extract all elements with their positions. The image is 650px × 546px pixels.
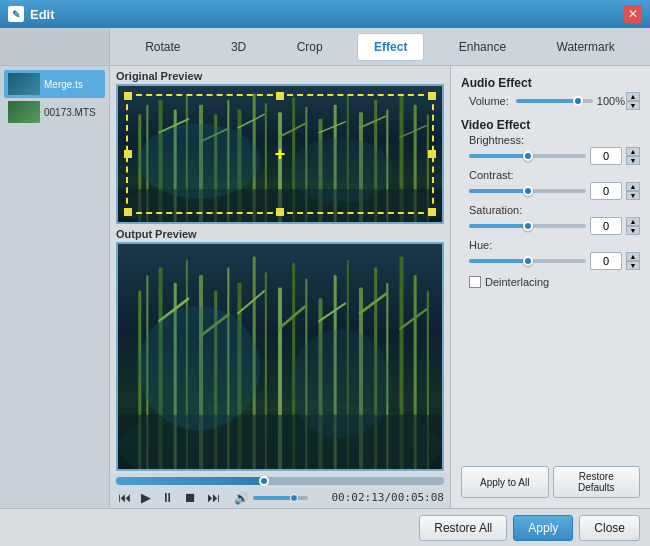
volume-row: Volume: 100% ▲ ▼ (469, 92, 640, 110)
video-section-title: Video Effect (461, 118, 640, 132)
effect-actions: Apply to All Restore Defaults (461, 466, 640, 498)
file-sidebar: Merge.ts 00173.MTS (0, 66, 110, 508)
tab-rotate[interactable]: Rotate (129, 33, 196, 61)
contrast-spinner: ▲ ▼ (626, 182, 640, 200)
svg-rect-69 (118, 415, 442, 469)
output-video-frame (116, 242, 444, 471)
volume-right-thumb[interactable] (573, 96, 583, 106)
right-panel: Audio Effect Volume: 100% ▲ ▼ (450, 66, 650, 508)
volume-slider-thumb[interactable] (290, 494, 298, 502)
audio-section-title: Audio Effect (461, 76, 640, 90)
progress-fill (116, 477, 264, 485)
apply-to-all-button[interactable]: Apply to All (461, 466, 549, 498)
saturation-slider[interactable] (469, 224, 586, 228)
saturation-label: Saturation: (469, 204, 640, 216)
svg-point-71 (290, 329, 391, 438)
volume-up[interactable]: ▲ (626, 92, 640, 101)
close-button[interactable]: Close (579, 515, 640, 541)
hue-up[interactable]: ▲ (626, 252, 640, 261)
brightness-thumb[interactable] (523, 151, 533, 161)
window-title: Edit (30, 7, 55, 22)
controls-row: ⏮ ▶ ⏸ ⏹ ⏭ 🔊 00:02:13/00:05:08 (116, 489, 444, 506)
tab-3d[interactable]: 3D (215, 33, 262, 61)
contrast-input[interactable] (590, 182, 622, 200)
brightness-down[interactable]: ▼ (626, 156, 640, 165)
close-window-button[interactable]: ✕ (624, 5, 642, 23)
output-preview-section: Output Preview (110, 226, 450, 473)
saturation-down[interactable]: ▼ (626, 226, 640, 235)
deinterlacing-label: Deinterlacing (485, 276, 549, 288)
center-panel: Original Preview (110, 66, 450, 508)
contrast-row: ▲ ▼ (469, 182, 640, 200)
title-bar: ✎ Edit ✕ (0, 0, 650, 28)
progress-bar[interactable] (116, 477, 444, 485)
tab-watermark[interactable]: Watermark (541, 33, 631, 61)
restore-all-button[interactable]: Restore All (419, 515, 507, 541)
playback-section: ⏮ ▶ ⏸ ⏹ ⏭ 🔊 00:02:13/00:05:08 (110, 473, 450, 508)
saturation-row: ▲ ▼ (469, 217, 640, 235)
play-button[interactable]: ▶ (139, 489, 153, 506)
bottom-bar: Restore All Apply Close (0, 508, 650, 546)
contrast-down[interactable]: ▼ (626, 191, 640, 200)
output-video-svg (118, 244, 442, 469)
deinterlacing-row: Deinterlacing (469, 276, 640, 288)
tab-bar: Rotate 3D Crop Effect Enhance Watermark (0, 28, 650, 66)
output-preview-label: Output Preview (116, 228, 444, 240)
app-icon: ✎ (8, 6, 24, 22)
volume-value-group: 100% ▲ ▼ (597, 92, 640, 110)
progress-thumb[interactable] (259, 476, 269, 486)
hue-input[interactable] (590, 252, 622, 270)
pause-button[interactable]: ⏸ (159, 489, 176, 506)
brightness-slider[interactable] (469, 154, 586, 158)
original-video-svg (118, 86, 442, 222)
video-effect-section: Video Effect Brightness: ▲ (461, 118, 640, 288)
restore-defaults-button[interactable]: Restore Defaults (553, 466, 641, 498)
contrast-slider[interactable] (469, 189, 586, 193)
skip-end-button[interactable]: ⏭ (205, 489, 222, 506)
volume-slider-fill (253, 496, 294, 500)
file-item-merge[interactable]: Merge.ts (4, 70, 105, 98)
brightness-spinner: ▲ ▼ (626, 147, 640, 165)
brightness-input[interactable] (590, 147, 622, 165)
brightness-row: ▲ ▼ (469, 147, 640, 165)
hue-thumb[interactable] (523, 256, 533, 266)
saturation-up[interactable]: ▲ (626, 217, 640, 226)
volume-label: Volume: (469, 95, 512, 107)
contrast-thumb[interactable] (523, 186, 533, 196)
volume-down[interactable]: ▼ (626, 101, 640, 110)
original-preview-label: Original Preview (116, 70, 444, 82)
brightness-label: Brightness: (469, 134, 640, 146)
original-video-frame: + (116, 84, 444, 224)
stop-button[interactable]: ⏹ (182, 489, 199, 506)
tab-buttons-container: Rotate 3D Crop Effect Enhance Watermark (110, 28, 650, 65)
hue-row: ▲ ▼ (469, 252, 640, 270)
svg-point-35 (290, 138, 391, 204)
hue-fill (469, 259, 528, 263)
tab-effect[interactable]: Effect (357, 33, 424, 61)
contrast-up[interactable]: ▲ (626, 182, 640, 191)
hue-row-wrapper: Hue: ▲ ▼ (461, 239, 640, 270)
volume-slider[interactable] (253, 496, 308, 500)
hue-down[interactable]: ▼ (626, 261, 640, 270)
apply-button[interactable]: Apply (513, 515, 573, 541)
saturation-input[interactable] (590, 217, 622, 235)
skip-start-button[interactable]: ⏮ (116, 489, 133, 506)
tab-enhance[interactable]: Enhance (443, 33, 522, 61)
file-item-00173[interactable]: 00173.MTS (4, 98, 105, 126)
original-preview-section: Original Preview (110, 66, 450, 226)
body-area: Merge.ts 00173.MTS Original Preview (0, 66, 650, 508)
volume-slider-right[interactable] (516, 99, 593, 103)
saturation-spinner: ▲ ▼ (626, 217, 640, 235)
saturation-thumb[interactable] (523, 221, 533, 231)
volume-right-fill (516, 99, 577, 103)
deinterlacing-checkbox[interactable] (469, 276, 481, 288)
tab-crop[interactable]: Crop (281, 33, 339, 61)
contrast-fill (469, 189, 528, 193)
brightness-up[interactable]: ▲ (626, 147, 640, 156)
svg-point-70 (138, 306, 260, 430)
brightness-fill (469, 154, 528, 158)
svg-rect-33 (118, 189, 442, 222)
file-name-merge: Merge.ts (44, 79, 83, 90)
time-display: 00:02:13/00:05:08 (331, 491, 444, 504)
hue-slider[interactable] (469, 259, 586, 263)
